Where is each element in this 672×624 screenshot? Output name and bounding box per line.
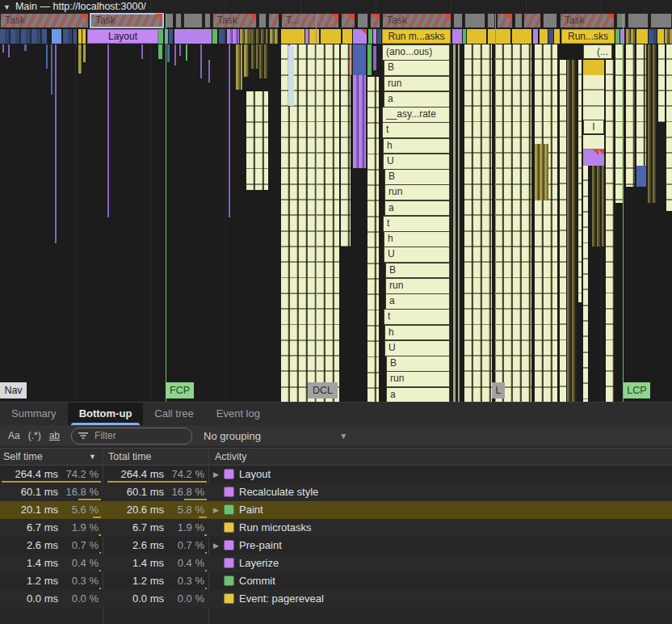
task-bar[interactable]: Task [0, 14, 89, 27]
flame-segment[interactable] [554, 29, 560, 44]
stack-frame[interactable]: h [383, 138, 450, 154]
task-bar[interactable] [628, 14, 649, 27]
table-row[interactable]: 6.7 ms1.9 %6.7 ms1.9 %Run microtasks [0, 519, 672, 537]
task-bar[interactable]: Task [560, 14, 615, 27]
task-bar-selected[interactable]: Task [90, 14, 163, 27]
flame-segment[interactable] [567, 60, 577, 402]
flame-segment[interactable] [305, 29, 309, 44]
expander-icon[interactable]: ▶ [213, 466, 219, 483]
flame-segment[interactable] [0, 29, 47, 44]
flame-segment[interactable] [626, 29, 636, 44]
flame-segment[interactable] [281, 29, 304, 44]
tab-summary[interactable]: Summary [0, 403, 68, 425]
flame-segment[interactable] [657, 29, 664, 44]
task-bar[interactable] [258, 14, 267, 27]
flame-segment[interactable] [560, 60, 566, 402]
flame-segment[interactable] [341, 44, 351, 247]
flame-segment[interactable] [636, 44, 646, 166]
flame-segment[interactable] [259, 44, 268, 78]
flame-segment[interactable] [169, 29, 173, 44]
flame-segment[interactable] [467, 29, 486, 44]
flame-segment[interactable] [2, 44, 4, 53]
stack-frame[interactable]: h [384, 231, 450, 247]
flame-segment[interactable] [452, 29, 462, 44]
stack-frame[interactable]: t [383, 216, 450, 232]
flame-segment[interactable] [240, 29, 250, 44]
flame-segment[interactable] [373, 46, 376, 70]
tab-event-log[interactable]: Event log [205, 403, 271, 425]
flame-segment[interactable] [458, 44, 460, 402]
flame-segment[interactable] [488, 29, 510, 44]
task-bar[interactable] [650, 14, 672, 27]
stack-frame[interactable]: t [384, 309, 450, 325]
flame-segment[interactable] [648, 44, 657, 203]
stack-frame[interactable]: h [384, 325, 450, 341]
task-bar[interactable] [166, 14, 174, 27]
stack-frame[interactable]: run [384, 76, 450, 92]
flame-segment[interactable] [666, 44, 672, 211]
stack-frame[interactable]: run [384, 184, 450, 200]
flame-segment[interactable] [368, 29, 372, 44]
flame-segment[interactable] [83, 44, 86, 62]
flame-segment[interactable] [649, 29, 657, 44]
flame-segment[interactable] [512, 29, 531, 44]
stack-frame[interactable]: U [383, 154, 450, 170]
flame-segment[interactable] [46, 44, 48, 69]
flame-segment[interactable] [583, 75, 604, 120]
stack-frame[interactable]: B [384, 169, 450, 185]
flame-segment[interactable] [615, 29, 620, 44]
whole-word-toggle[interactable]: ab [49, 430, 60, 441]
stack-frame[interactable]: B [385, 263, 450, 279]
flame-segment[interactable] [373, 29, 376, 44]
flame-segment[interactable] [236, 44, 242, 90]
flame-segment[interactable] [8, 44, 10, 57]
flame-segment[interactable] [52, 29, 61, 44]
flame-segment[interactable] [78, 29, 82, 44]
stack-frame[interactable]: U [384, 340, 450, 356]
flame-segment[interactable] [251, 29, 268, 44]
table-row[interactable]: 20.1 ms5.6 %20.6 ms5.8 %▶Paint [0, 501, 672, 519]
flame-segment[interactable] [583, 135, 604, 150]
stack-frame[interactable]: B [384, 60, 450, 76]
flame-segment[interactable] [583, 166, 588, 402]
flame-segment[interactable] [107, 44, 109, 217]
flame-segment[interactable] [158, 29, 163, 44]
table-row[interactable]: 2.6 ms0.7 %2.6 ms0.7 %▶Pre-paint [0, 537, 672, 554]
flame-segment[interactable] [24, 44, 27, 51]
flame-segment[interactable] [636, 29, 648, 44]
flame-segment[interactable] [351, 44, 352, 75]
flame-segment[interactable] [321, 29, 341, 44]
flame-segment[interactable] [229, 44, 230, 217]
regex-toggle[interactable]: (.*) [28, 430, 41, 441]
flame-segment[interactable] [342, 29, 352, 44]
stack-frame[interactable]: t [382, 122, 450, 138]
flame-event-bar[interactable]: I [583, 120, 604, 134]
task-bar[interactable] [523, 14, 541, 27]
flame-segment[interactable] [665, 29, 672, 44]
flame-segment[interactable] [464, 44, 492, 402]
flame-segment[interactable] [636, 166, 646, 187]
stack-frame[interactable]: a [385, 293, 450, 310]
flame-segment[interactable] [200, 44, 202, 78]
task-bar[interactable] [357, 14, 368, 27]
task-bar[interactable] [268, 14, 279, 27]
stack-frame[interactable]: U [384, 247, 450, 263]
flame-segment[interactable] [368, 77, 379, 402]
flame-segment[interactable] [55, 44, 57, 243]
stack-frame[interactable]: a [384, 200, 450, 217]
flame-segment[interactable] [540, 29, 548, 44]
flame-segment[interactable] [658, 44, 665, 122]
stack-frame[interactable]: __asy...rate [382, 107, 450, 123]
table-row[interactable]: 264.4 ms74.2 %264.4 ms74.2 %▶Layout [0, 466, 672, 483]
task-bar[interactable] [175, 14, 182, 27]
flame-segment[interactable] [186, 44, 187, 61]
sort-arrow-icon[interactable]: ▼ [89, 449, 96, 465]
task-bar[interactable] [183, 14, 203, 27]
flame-segment[interactable] [578, 60, 582, 302]
table-row[interactable]: 1.2 ms0.3 %1.2 ms0.3 %Commit [0, 572, 672, 590]
stack-frame[interactable]: B [386, 356, 450, 372]
flame-event-bar[interactable]: Layout [87, 29, 158, 44]
flame-segment[interactable] [51, 44, 52, 95]
header-total-time[interactable]: Total time [108, 449, 152, 465]
flame-segment[interactable] [453, 44, 456, 402]
